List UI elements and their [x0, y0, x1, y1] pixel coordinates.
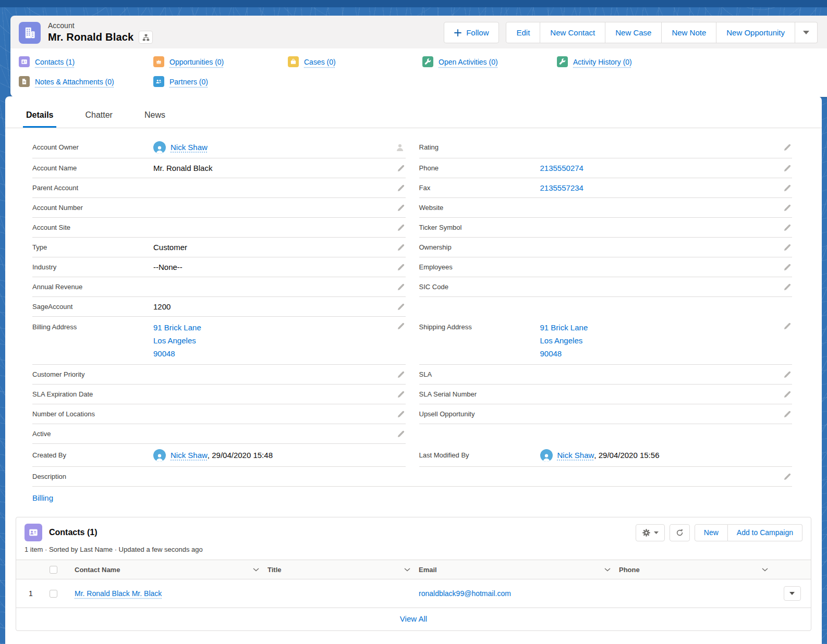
edit-employees-button[interactable] [783, 263, 791, 271]
select-all-checkbox[interactable] [50, 566, 57, 574]
column-header-email[interactable]: Email [415, 560, 615, 579]
billing-section-link[interactable]: Billing [32, 493, 53, 502]
detail-tabs: Details Chatter News [5, 96, 822, 128]
field-row-upsell-opportunity: Upsell Opportunity [419, 404, 793, 424]
account-owner-link[interactable]: Nick Shaw [171, 143, 208, 152]
more-actions-button[interactable] [795, 22, 818, 43]
phone-link[interactable]: 2135550274 [540, 164, 583, 172]
edit-annual-revenue-button[interactable] [397, 283, 405, 291]
row-actions-button[interactable] [784, 586, 801, 601]
edit-ownership-button[interactable] [783, 243, 791, 251]
edit-fax-button[interactable] [783, 184, 791, 192]
edit-billing-address-button[interactable] [397, 323, 405, 330]
new-contact-list-button[interactable]: New [695, 524, 728, 541]
add-to-campaign-button[interactable]: Add to Campaign [728, 524, 802, 541]
edit-account-number-button[interactable] [397, 204, 405, 212]
edit-button[interactable]: Edit [506, 22, 540, 43]
edit-type-button[interactable] [397, 243, 405, 251]
cases-link[interactable]: Cases (0) [304, 58, 336, 66]
column-header-title[interactable]: Title [263, 560, 415, 579]
created-by-link[interactable]: Nick Shaw [171, 451, 208, 460]
dropdown-caret-icon [654, 531, 659, 534]
contacts-card-actions: New Add to Campaign [636, 524, 802, 541]
field-label: Annual Revenue [32, 283, 153, 291]
edit-pencil-icon [397, 430, 405, 438]
edit-ticker-symbol-button[interactable] [783, 224, 791, 231]
list-summary-text: 1 item · Sorted by Last Name · Updated a… [16, 542, 811, 560]
new-contact-button[interactable]: New Contact [540, 22, 605, 43]
column-header-phone[interactable]: Phone [615, 560, 772, 579]
edit-sic-code-button[interactable] [783, 283, 791, 291]
fax-link[interactable]: 2135557234 [540, 183, 583, 192]
new-note-button[interactable]: New Note [662, 22, 716, 43]
shipping-address-line3-link[interactable]: 90048 [540, 347, 588, 360]
action-button-group: Edit New Contact New Case New Note New O… [506, 22, 818, 43]
field-value: 91 Brick Lane Los Angeles 90048 [540, 321, 588, 360]
field-label: Billing Address [32, 321, 153, 331]
new-case-button[interactable]: New Case [605, 22, 662, 43]
field-label: Upsell Opportunity [419, 410, 540, 418]
last-modified-by-link[interactable]: Nick Shaw [557, 451, 594, 460]
edit-website-button[interactable] [783, 204, 791, 212]
record-header: Account Mr. Ronald Black Follow [10, 16, 827, 48]
field-label: Description [32, 473, 153, 480]
related-link-notes-attachments: Notes & Attachments (0) [19, 76, 153, 87]
column-header-contact-name[interactable]: Contact Name [70, 560, 263, 579]
contact-name-link[interactable]: Mr. Ronald Black Mr. Black [75, 589, 162, 598]
edit-pencil-icon [397, 323, 405, 330]
tab-news[interactable]: News [141, 104, 168, 128]
list-settings-button[interactable] [636, 524, 665, 541]
edit-pencil-icon [397, 224, 405, 231]
edit-account-name-button[interactable] [397, 164, 405, 172]
opportunities-icon [153, 56, 164, 67]
tab-chatter[interactable]: Chatter [82, 104, 115, 128]
change-owner-button[interactable] [395, 143, 405, 152]
edit-sla-expiration-button[interactable] [397, 390, 405, 398]
view-hierarchy-button[interactable] [139, 31, 153, 44]
billing-address-line2-link[interactable]: Los Angeles [153, 334, 201, 347]
shipping-address-line2-link[interactable]: Los Angeles [540, 334, 588, 347]
edit-sla-serial-button[interactable] [783, 390, 791, 398]
billing-address-line1-link[interactable]: 91 Brick Lane [153, 321, 201, 334]
field-label: SLA [419, 370, 540, 378]
field-row-parent-account: Parent Account [32, 178, 406, 198]
field-label: Active [32, 430, 153, 438]
field-row-type: Type Customer [32, 238, 406, 257]
edit-sageaccount-button[interactable] [397, 303, 405, 311]
partners-link[interactable]: Partners (0) [169, 78, 208, 86]
open-activities-link[interactable]: Open Activities (0) [439, 58, 498, 66]
edit-parent-account-button[interactable] [397, 184, 405, 192]
field-row-fax: Fax 2135557234 [419, 178, 793, 198]
edit-customer-priority-button[interactable] [397, 370, 405, 378]
edit-shipping-address-button[interactable] [783, 323, 791, 330]
row-checkbox[interactable] [50, 590, 57, 598]
new-opportunity-button[interactable]: New Opportunity [716, 22, 795, 43]
activity-history-link[interactable]: Activity History (0) [573, 58, 632, 66]
follow-button[interactable]: Follow [444, 22, 499, 43]
edit-rating-button[interactable] [783, 143, 791, 151]
contact-email-link[interactable]: ronaldblack99@hotmail.com [419, 589, 511, 598]
edit-industry-button[interactable] [397, 263, 405, 271]
tab-details[interactable]: Details [23, 104, 56, 128]
shipping-address-line1-link[interactable]: 91 Brick Lane [540, 321, 588, 334]
edit-sla-button[interactable] [783, 370, 791, 378]
edit-upsell-opportunity-button[interactable] [783, 410, 791, 418]
field-label: Industry [32, 263, 153, 271]
partners-icon [153, 76, 164, 87]
edit-account-site-button[interactable] [397, 224, 405, 231]
opportunities-link[interactable]: Opportunities (0) [169, 58, 224, 66]
billing-address-line3-link[interactable]: 90048 [153, 347, 201, 360]
edit-phone-button[interactable] [783, 164, 791, 172]
field-label: Fax [419, 184, 540, 192]
refresh-button[interactable] [670, 524, 690, 541]
column-label: Email [419, 566, 437, 574]
notes-attachments-link[interactable]: Notes & Attachments (0) [35, 78, 114, 86]
view-all-link[interactable]: View All [400, 614, 427, 623]
field-label: Ticker Symbol [419, 224, 540, 231]
edit-active-button[interactable] [397, 430, 405, 438]
edit-number-of-locations-button[interactable] [397, 410, 405, 418]
edit-description-button[interactable] [783, 473, 791, 480]
details-right-column: Rating Phone 2135550274 Fax 2135557234 W… [419, 137, 793, 467]
contacts-link[interactable]: Contacts (1) [35, 58, 75, 66]
gear-icon [642, 528, 651, 537]
